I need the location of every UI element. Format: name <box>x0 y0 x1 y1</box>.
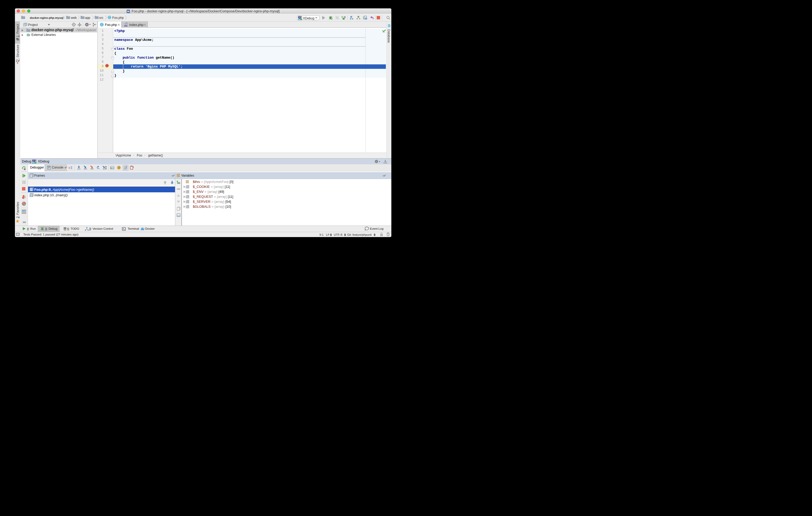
svg-text:3: 3 <box>186 207 186 208</box>
svg-text:3: 3 <box>186 192 186 193</box>
svg-text:3: 3 <box>186 197 186 198</box>
svg-text:php: php <box>124 25 127 27</box>
svg-text:3: 3 <box>186 202 186 203</box>
svg-text:3: 3 <box>186 187 186 189</box>
svg-text:3: 3 <box>124 168 124 170</box>
